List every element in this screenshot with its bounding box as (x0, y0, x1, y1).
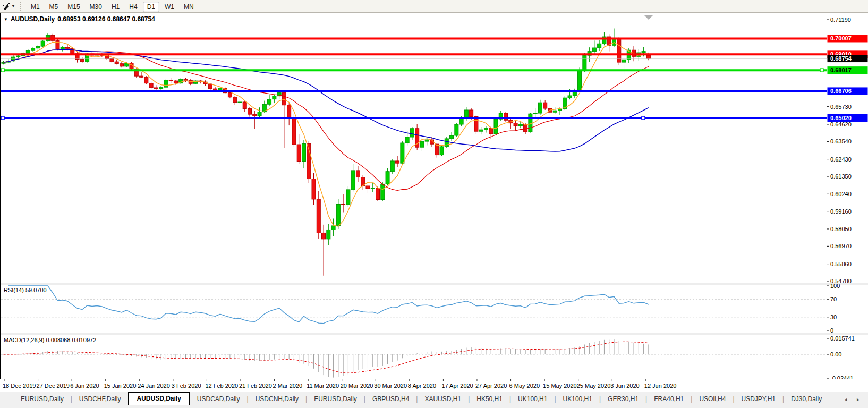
svg-text:0.55860: 0.55860 (830, 261, 852, 267)
date-label: 20 Mar 2020 (341, 382, 373, 389)
rsi-line (8, 286, 649, 324)
svg-text:0.61350: 0.61350 (830, 173, 852, 180)
svg-text:0.71190: 0.71190 (830, 16, 851, 23)
date-label: 27 Apr 2020 (475, 382, 507, 389)
chart-tab-dj30-daily[interactable]: DJ30,Daily (784, 393, 829, 405)
date-label: 18 Dec 2019 (3, 382, 36, 389)
status-strip (0, 405, 868, 408)
chart-window[interactable]: 0.700070.690100.687540.680170.667060.650… (0, 13, 868, 392)
svg-text:0.58050: 0.58050 (830, 226, 852, 232)
hline-handle[interactable] (820, 69, 823, 72)
price-tag-text: 0.68754 (830, 55, 852, 62)
timeframe-button-m5[interactable]: M5 (45, 2, 63, 12)
rsi-axis-label: 30 (830, 314, 837, 320)
timeframe-button-m1[interactable]: M1 (27, 2, 44, 12)
chart-title: ▼ AUDUSD,Daily 0.68953 0.69126 0.68647 0… (4, 15, 155, 23)
date-label: 15 May 2020 (543, 382, 577, 389)
chart-tab-usoil-h4[interactable]: USOil,H4 (692, 393, 733, 405)
svg-text:0.56970: 0.56970 (830, 243, 852, 249)
svg-text:0.60240: 0.60240 (830, 191, 852, 197)
timeframe-button-m15[interactable]: M15 (63, 2, 84, 12)
rsi-level-lines (1, 299, 827, 317)
chart-tab-xauusd-h1[interactable]: XAUUSD,H1 (418, 393, 468, 405)
chart-tab-bar: EURUSD,Daily|USDCHF,DailyAUDUSD,DailyUSD… (0, 392, 868, 405)
date-label: 24 Jan 2020 (138, 382, 170, 389)
chart-tab-eurusd-daily[interactable]: EURUSD,Daily (14, 393, 71, 405)
date-label: 12 Jun 2020 (644, 382, 677, 389)
timeframe-button-w1[interactable]: W1 (160, 2, 178, 12)
timeframe-button-h1[interactable]: H1 (107, 2, 124, 12)
macd-histogram (4, 339, 649, 378)
macd-indicator-label: MACD(12,26,9) 0.008068 0.010972 (4, 337, 96, 343)
timeframe-button-d1[interactable]: D1 (143, 2, 159, 12)
price-tag-text: 0.66706 (830, 88, 852, 94)
macd-axis-label: 0.00 (830, 351, 841, 358)
chart-canvas[interactable]: 0.700070.690100.687540.680170.667060.650… (0, 13, 868, 392)
date-label: 6 Jan 2020 (70, 382, 99, 389)
date-label: 25 May 2020 (577, 382, 611, 389)
svg-text:0.65730: 0.65730 (830, 104, 852, 110)
chart-tab-uk100-h1[interactable]: UK100,H1 (556, 393, 599, 405)
chart-cursor-icon[interactable] (2, 2, 11, 11)
chart-shift-marker-icon[interactable] (644, 15, 653, 20)
chart-tab-gbpusd-h4[interactable]: GBPUSD,H4 (365, 393, 416, 405)
chart-tab-uk100-h1[interactable]: UK100,H1 (511, 393, 554, 405)
chart-tab-ger30-h1[interactable]: GER30,H1 (601, 393, 645, 405)
svg-text:0.62430: 0.62430 (830, 156, 852, 163)
date-axis[interactable]: 18 Dec 201927 Dec 20196 Jan 202015 Jan 2… (0, 379, 868, 392)
timeframe-button-mn[interactable]: MN (180, 2, 198, 12)
date-label: 27 Dec 2019 (37, 382, 70, 389)
rsi-axis-label: 0 (830, 327, 833, 334)
timeframe-buttons: M1M5M15M30H1H4D1W1MN (26, 2, 199, 11)
timeframe-toolbar: ▼ M1M5M15M30H1H4D1W1MN (0, 0, 868, 13)
date-label: 3 Feb 2020 (172, 382, 201, 389)
chart-tabs: EURUSD,Daily|USDCHF,DailyAUDUSD,DailyUSD… (14, 392, 829, 405)
timeframe-button-m30[interactable]: M30 (86, 2, 106, 12)
hline-handle[interactable] (1, 69, 4, 72)
chart-ohlc-values: 0.68953 0.69126 0.68647 0.68754 (57, 15, 155, 23)
chart-tab-eurusd-daily[interactable]: EURUSD,Daily (307, 393, 364, 405)
rsi-axis-label: 100 (830, 283, 840, 289)
date-label: 6 May 2020 (509, 382, 540, 389)
price-tag-text: 0.70007 (830, 35, 852, 41)
date-label: 30 Mar 2020 (374, 382, 407, 389)
chart-title-dropdown-icon[interactable]: ▼ (4, 17, 8, 22)
date-label: 11 Mar 2020 (307, 382, 339, 389)
svg-text:0.64620: 0.64620 (830, 121, 852, 128)
chart-tab-audusd-daily[interactable]: AUDUSD,Daily (128, 392, 190, 405)
hline-handle[interactable] (642, 116, 645, 120)
mt4-window: { "toolbar": { "tool_icon": "chart-curso… (0, 0, 868, 408)
chart-tab-usdcad-daily[interactable]: USDCAD,Daily (190, 393, 247, 405)
svg-text:0.63540: 0.63540 (830, 138, 852, 144)
chevron-down-icon[interactable]: ▼ (11, 4, 15, 8)
chart-symbol-period: AUDUSD,Daily (11, 15, 55, 23)
macd-signal-line (4, 342, 649, 373)
date-label: 21 Feb 2020 (239, 382, 272, 389)
tab-scroll-arrows[interactable]: ◂ ▸ (844, 396, 864, 402)
price-tag-text: 0.68017 (830, 67, 852, 73)
date-label: 2 Mar 2020 (273, 382, 303, 389)
date-label: 12 Feb 2020 (205, 382, 238, 389)
date-label: 8 Apr 2020 (408, 382, 436, 389)
macd-axis-label: 0.015741 (830, 335, 855, 342)
rsi-axis-label: 70 (830, 296, 837, 302)
rsi-indicator-label: RSI(14) 59.0700 (4, 287, 47, 293)
chart-tab-usdchf-daily[interactable]: USDCHF,Daily (72, 393, 128, 405)
chart-tab-usdcnh-daily[interactable]: USDCNH,Daily (249, 393, 305, 405)
chart-tab-hk50-h1[interactable]: HK50,H1 (470, 393, 509, 405)
date-label: 3 Jun 2020 (610, 382, 639, 389)
date-label: 17 Apr 2020 (441, 382, 473, 389)
timeframe-button-h4[interactable]: H4 (125, 2, 141, 12)
chart-tab-fra40-h1[interactable]: FRA40,H1 (647, 393, 691, 405)
candles (2, 28, 650, 275)
price-tag-text: 0.65020 (830, 115, 852, 121)
ma-slow-line (4, 50, 649, 152)
date-label: 15 Jan 2020 (104, 382, 137, 389)
toolbar-grip (20, 2, 22, 11)
chart-tab-usdjpy-h1[interactable]: USDJPY,H1 (735, 393, 782, 405)
svg-text:0.59160: 0.59160 (830, 208, 852, 215)
horizontal-lines: 0.700070.690100.687540.680170.667060.650… (1, 35, 868, 122)
hline-handle[interactable] (1, 116, 4, 120)
